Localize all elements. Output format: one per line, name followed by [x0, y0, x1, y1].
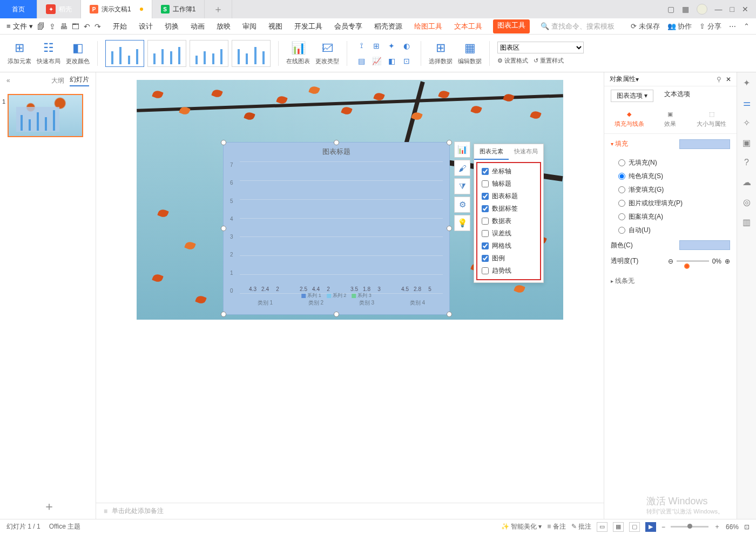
popup-item[interactable]: 轴标题: [481, 178, 537, 190]
view-normal-icon[interactable]: ▭: [597, 522, 608, 532]
notes-bar[interactable]: ≡ 单击此处添加备注: [96, 503, 604, 519]
fill-mode-radio[interactable]: 纯色填充(S): [611, 170, 730, 183]
ribbon-chart-area-select[interactable]: 图表区: [497, 42, 584, 53]
menu-slideshow[interactable]: 放映: [215, 19, 232, 33]
window-maximize[interactable]: □: [730, 5, 734, 13]
fit-icon[interactable]: ⊡: [744, 523, 750, 531]
chart-object[interactable]: 图表标题 01234567 4.32.422.54.423.51.834.52.…: [223, 142, 450, 315]
outline-collapse-icon[interactable]: «: [6, 77, 10, 84]
save-icon[interactable]: 🗐: [37, 22, 45, 31]
panel-close-icon[interactable]: ✕: [726, 76, 731, 83]
menu-start[interactable]: 开始: [112, 19, 128, 33]
panel-tab-chart-options[interactable]: 图表选项 ▾: [611, 90, 653, 102]
tab-docker[interactable]: ✦稻壳: [37, 0, 81, 18]
redo-icon[interactable]: ↷: [94, 22, 101, 31]
fill-mode-radio[interactable]: 自动(U): [611, 224, 730, 237]
panel-sub-size[interactable]: ⬚大小与属性: [697, 111, 726, 128]
preview-icon[interactable]: 🗔: [72, 22, 79, 31]
opacity-slider[interactable]: ⊖0%⊕: [668, 258, 730, 265]
fill-mode-radio[interactable]: 渐变填充(G): [611, 183, 730, 197]
ribbon-change-type[interactable]: 🗠更改类型: [315, 41, 339, 65]
ribbon-set-format[interactable]: ⚙ 设置格式: [497, 57, 528, 65]
ribbon-edit-data[interactable]: ▦编辑数据: [458, 41, 482, 65]
menu-design[interactable]: 设计: [138, 19, 154, 33]
rail-layers-icon[interactable]: ▣: [742, 138, 751, 148]
view-slideshow-icon[interactable]: ▶: [645, 522, 656, 532]
float-bulb-icon[interactable]: 💡: [454, 215, 470, 231]
tab-new[interactable]: ＋: [205, 0, 232, 18]
zoom-value[interactable]: 66%: [726, 523, 739, 531]
search-box[interactable]: 🔍 查找命令、搜索模板: [541, 22, 615, 31]
avatar[interactable]: [697, 4, 707, 15]
status-comments[interactable]: ✎ 批注: [571, 522, 591, 531]
float-filter-icon[interactable]: ⧩: [454, 178, 470, 194]
zoom-in[interactable]: ＋: [714, 522, 720, 531]
outline-tab-outline[interactable]: 大纲: [51, 76, 64, 85]
status-notes[interactable]: ≡ 备注: [547, 522, 565, 531]
float-gear-icon[interactable]: ⚙: [454, 197, 470, 213]
panel-pin-icon[interactable]: ⚲: [717, 76, 721, 83]
rail-app-icon[interactable]: ▥: [742, 217, 751, 227]
popup-item[interactable]: 数据标签: [481, 202, 537, 215]
ribbon-online-chart[interactable]: 📊在线图表: [286, 41, 310, 65]
rail-sliders-icon[interactable]: ⚌: [743, 98, 751, 108]
menu-text-tools[interactable]: 文本工具: [453, 19, 483, 33]
ribbon-small-tools[interactable]: ⟟⊞✦◐ ▤📈◧⊡: [355, 39, 413, 67]
menu-vip[interactable]: 会员专享: [333, 19, 363, 33]
window-mode-icon[interactable]: ▢: [667, 5, 674, 13]
rail-sparkle-icon[interactable]: ✦: [743, 78, 750, 88]
tab-home[interactable]: 首页: [0, 0, 37, 18]
menu-animation[interactable]: 动画: [190, 19, 206, 33]
popup-item[interactable]: 数据表: [481, 215, 537, 227]
float-brush-icon[interactable]: 🖌: [454, 160, 470, 176]
popup-item[interactable]: 趋势线: [481, 265, 537, 277]
ribbon-select-data[interactable]: ⊞选择数据: [429, 41, 453, 65]
tab-spreadsheet[interactable]: S工作簿1: [152, 0, 205, 18]
collab-button[interactable]: 👥 协作: [667, 22, 692, 31]
fill-mode-radio[interactable]: 图片或纹理填充(P): [611, 197, 730, 210]
menu-transition[interactable]: 切换: [164, 19, 180, 33]
status-beautify[interactable]: ✨ 智能美化 ▾: [501, 522, 542, 531]
panel-tab-text-options[interactable]: 文本选项: [664, 90, 690, 102]
menu-resources[interactable]: 稻壳资源: [373, 19, 403, 33]
fill-mode-radio[interactable]: 图案填充(A): [611, 210, 730, 224]
slide-canvas[interactable]: 图表标题 01234567 4.32.422.54.423.51.834.52.…: [137, 80, 563, 320]
apps-icon[interactable]: ▦: [682, 5, 689, 13]
window-close[interactable]: ✕: [742, 5, 748, 13]
color-swatch[interactable]: [679, 240, 730, 250]
add-slide-button[interactable]: ＋: [43, 498, 55, 515]
popup-item[interactable]: 图例: [481, 252, 537, 265]
rail-cloud-icon[interactable]: ☁: [742, 177, 751, 187]
ribbon-add-element[interactable]: ⊞添加元素: [8, 41, 31, 65]
outline-tab-slides[interactable]: 幻灯片: [70, 75, 89, 86]
panel-sub-fill[interactable]: ◆填充与线条: [615, 111, 644, 128]
menu-chart-tools[interactable]: 图表工具: [493, 19, 530, 33]
rail-compass-icon[interactable]: ◎: [743, 197, 751, 207]
ribbon-reset-style[interactable]: ↺ 重置样式: [534, 57, 564, 65]
popup-item[interactable]: 网格线: [481, 240, 537, 252]
unsaved-indicator[interactable]: ⟳ 未保存: [631, 22, 660, 31]
menu-view[interactable]: 视图: [267, 19, 284, 33]
line-select[interactable]: 无: [628, 277, 634, 285]
view-sorter-icon[interactable]: ▦: [613, 522, 624, 532]
rail-help-icon[interactable]: ?: [744, 158, 749, 167]
float-elements-icon[interactable]: 📊: [454, 141, 470, 158]
view-reading-icon[interactable]: ▢: [629, 522, 640, 532]
menu-draw-tools[interactable]: 绘图工具: [413, 19, 443, 33]
popup-item[interactable]: 误差线: [481, 227, 537, 240]
popup-tab-elements[interactable]: 图表元素: [474, 144, 509, 160]
panel-sub-effects[interactable]: ▣效果: [664, 111, 676, 128]
ribbon-quick-layout[interactable]: ☷快速布局: [37, 41, 60, 65]
tab-presentation[interactable]: P演示文稿1: [81, 0, 152, 18]
more-icon[interactable]: ⋯: [729, 22, 736, 30]
print-icon[interactable]: 🖶: [60, 22, 68, 31]
collapse-ribbon-icon[interactable]: ⌃: [744, 22, 750, 30]
menu-review[interactable]: 审阅: [241, 19, 258, 33]
ribbon-change-color[interactable]: ◧更改颜色: [66, 41, 90, 65]
window-minimize[interactable]: —: [715, 5, 723, 13]
popup-item[interactable]: 坐标轴: [481, 165, 537, 178]
share-button[interactable]: ⇧ 分享: [699, 22, 721, 31]
zoom-out[interactable]: −: [662, 523, 665, 531]
export-icon[interactable]: ⇪: [49, 22, 56, 31]
undo-icon[interactable]: ↶: [84, 22, 90, 31]
